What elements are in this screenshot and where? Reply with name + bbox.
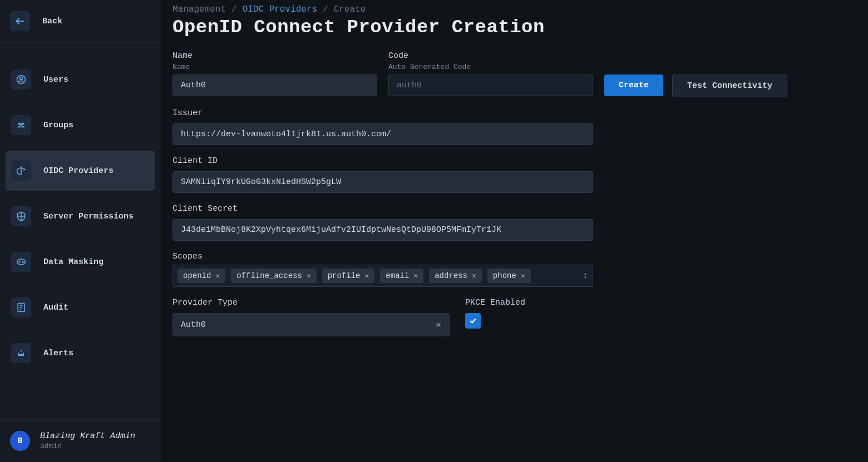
remove-scope-icon[interactable]: ✕ — [472, 271, 476, 280]
scope-tag: email ✕ — [380, 269, 423, 283]
scopes-label: Scopes — [172, 252, 857, 261]
avatar: B — [10, 431, 30, 451]
remove-scope-icon[interactable]: ✕ — [307, 271, 311, 280]
scope-tag: profile ✕ — [322, 269, 375, 283]
sidebar-item-label: Users — [43, 75, 68, 85]
back-arrow-icon — [10, 11, 30, 31]
audit-icon — [11, 297, 31, 317]
client-id-input[interactable] — [172, 171, 593, 193]
code-input — [388, 74, 593, 96]
oidc-icon — [11, 161, 31, 181]
breadcrumb: Management / OIDC Providers / Create — [172, 4, 857, 14]
shield-icon — [11, 206, 31, 226]
back-button[interactable]: Back — [0, 0, 161, 43]
issuer-input[interactable] — [172, 123, 593, 145]
sidebar-item-data-masking[interactable]: Data Masking — [6, 242, 155, 282]
user-role: admin — [40, 442, 135, 450]
scope-tag: address ✕ — [429, 269, 482, 283]
sidebar-item-label: Groups — [43, 121, 73, 130]
sidebar-items: Users Groups OIDC Providers — [0, 43, 161, 419]
sidebar-item-audit[interactable]: Audit — [6, 287, 155, 327]
alert-icon — [11, 343, 31, 363]
mask-icon — [11, 252, 31, 272]
issuer-label: Issuer — [172, 108, 857, 118]
sidebar-item-label: Audit — [43, 303, 68, 312]
sidebar-item-groups[interactable]: Groups — [6, 105, 155, 145]
svg-point-1 — [20, 77, 23, 80]
client-id-label: Client ID — [172, 156, 857, 166]
pkce-checkbox[interactable] — [465, 313, 481, 329]
name-label: Name — [172, 51, 377, 61]
sidebar-item-alerts[interactable]: Alerts — [6, 333, 155, 373]
remove-scope-icon[interactable]: ✕ — [521, 271, 525, 280]
sidebar-item-label: Server Permissions — [43, 212, 134, 221]
sidebar-item-server-permissions[interactable]: Server Permissions — [6, 196, 155, 236]
sidebar-item-label: OIDC Providers — [43, 166, 114, 176]
provider-type-label: Provider Type — [172, 298, 450, 307]
code-label: Code — [388, 51, 593, 61]
page-title: OpenID Connect Provider Creation — [172, 17, 857, 38]
scope-tag: offline_access ✕ — [231, 269, 316, 283]
scopes-sort-icon[interactable]: ▴▾ — [584, 272, 587, 280]
name-sublabel: Name — [172, 63, 377, 71]
code-sublabel: Auto Generated Code — [388, 63, 593, 71]
remove-scope-icon[interactable]: ✕ — [365, 271, 369, 280]
sidebar: Back Users Groups — [0, 0, 161, 462]
scope-tag: phone ✕ — [487, 269, 531, 283]
svg-point-4 — [20, 123, 22, 126]
user-name: Blazing Kraft Admin — [40, 431, 135, 441]
sidebar-footer[interactable]: B Blazing Kraft Admin admin — [0, 419, 161, 462]
pkce-label: PKCE Enabled — [465, 298, 525, 307]
breadcrumb-section[interactable]: OIDC Providers — [243, 4, 317, 14]
breadcrumb-current: Create — [334, 4, 366, 14]
sidebar-item-users[interactable]: Users — [6, 59, 155, 100]
breadcrumb-root[interactable]: Management — [172, 4, 226, 14]
create-button[interactable]: Create — [604, 74, 663, 96]
svg-point-7 — [22, 261, 23, 262]
svg-point-5 — [17, 259, 26, 265]
user-icon — [11, 69, 31, 90]
client-secret-input[interactable] — [172, 219, 593, 241]
test-connectivity-button[interactable]: Test Connectivity — [672, 74, 787, 97]
groups-icon — [11, 115, 31, 135]
client-secret-label: Client Secret — [172, 204, 857, 213]
sidebar-item-oidc-providers[interactable]: OIDC Providers — [6, 151, 155, 191]
scope-tag: openid ✕ — [177, 269, 225, 283]
remove-scope-icon[interactable]: ✕ — [413, 271, 418, 280]
remove-scope-icon[interactable]: ✕ — [215, 271, 220, 280]
main-content: Management / OIDC Providers / Create Ope… — [161, 0, 868, 462]
sidebar-item-label: Alerts — [43, 349, 73, 358]
provider-type-select[interactable]: Auth0 ✕ — [172, 313, 450, 336]
clear-select-icon[interactable]: ✕ — [436, 319, 441, 330]
back-label: Back — [42, 17, 62, 26]
name-input[interactable] — [172, 74, 377, 96]
svg-point-6 — [18, 261, 20, 262]
scopes-input[interactable]: openid ✕ offline_access ✕ profile ✕ emai… — [172, 265, 593, 287]
sidebar-item-label: Data Masking — [43, 257, 103, 267]
